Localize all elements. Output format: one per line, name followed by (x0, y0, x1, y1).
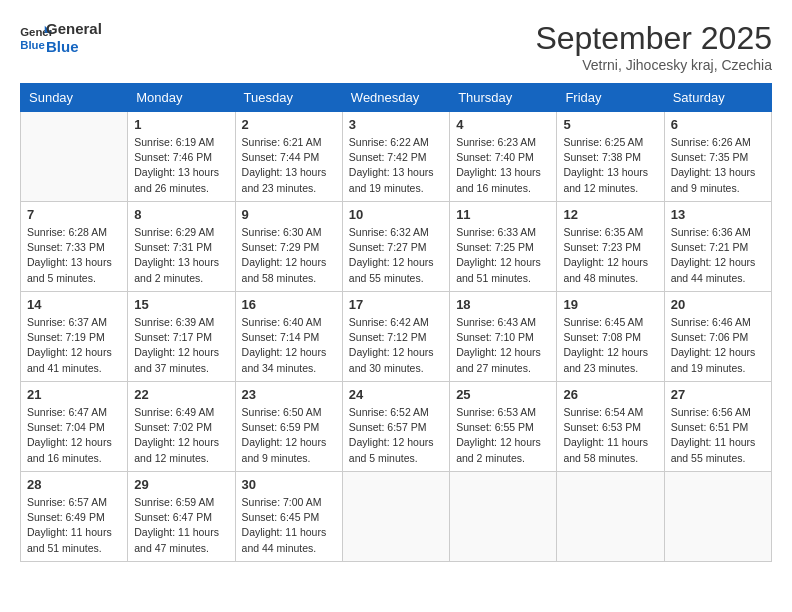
day-number: 15 (134, 297, 228, 312)
calendar-week-5: 28Sunrise: 6:57 AM Sunset: 6:49 PM Dayli… (21, 472, 772, 562)
calendar-cell: 11Sunrise: 6:33 AM Sunset: 7:25 PM Dayli… (450, 202, 557, 292)
calendar-week-3: 14Sunrise: 6:37 AM Sunset: 7:19 PM Dayli… (21, 292, 772, 382)
calendar-week-1: 1Sunrise: 6:19 AM Sunset: 7:46 PM Daylig… (21, 112, 772, 202)
calendar-cell (342, 472, 449, 562)
day-number: 11 (456, 207, 550, 222)
day-info: Sunrise: 6:35 AM Sunset: 7:23 PM Dayligh… (563, 225, 657, 286)
calendar-cell: 12Sunrise: 6:35 AM Sunset: 7:23 PM Dayli… (557, 202, 664, 292)
day-info: Sunrise: 6:53 AM Sunset: 6:55 PM Dayligh… (456, 405, 550, 466)
day-info: Sunrise: 6:23 AM Sunset: 7:40 PM Dayligh… (456, 135, 550, 196)
calendar-cell: 8Sunrise: 6:29 AM Sunset: 7:31 PM Daylig… (128, 202, 235, 292)
day-number: 7 (27, 207, 121, 222)
day-number: 25 (456, 387, 550, 402)
day-number: 5 (563, 117, 657, 132)
day-number: 29 (134, 477, 228, 492)
calendar-cell: 2Sunrise: 6:21 AM Sunset: 7:44 PM Daylig… (235, 112, 342, 202)
calendar-cell: 6Sunrise: 6:26 AM Sunset: 7:35 PM Daylig… (664, 112, 771, 202)
day-info: Sunrise: 6:21 AM Sunset: 7:44 PM Dayligh… (242, 135, 336, 196)
logo-general: General (46, 20, 102, 38)
day-info: Sunrise: 6:46 AM Sunset: 7:06 PM Dayligh… (671, 315, 765, 376)
calendar-header: SundayMondayTuesdayWednesdayThursdayFrid… (21, 84, 772, 112)
col-header-monday: Monday (128, 84, 235, 112)
calendar-cell (21, 112, 128, 202)
calendar-cell: 20Sunrise: 6:46 AM Sunset: 7:06 PM Dayli… (664, 292, 771, 382)
calendar-cell: 4Sunrise: 6:23 AM Sunset: 7:40 PM Daylig… (450, 112, 557, 202)
calendar-cell: 10Sunrise: 6:32 AM Sunset: 7:27 PM Dayli… (342, 202, 449, 292)
calendar-cell: 19Sunrise: 6:45 AM Sunset: 7:08 PM Dayli… (557, 292, 664, 382)
day-number: 6 (671, 117, 765, 132)
calendar-cell: 30Sunrise: 7:00 AM Sunset: 6:45 PM Dayli… (235, 472, 342, 562)
col-header-sunday: Sunday (21, 84, 128, 112)
day-number: 2 (242, 117, 336, 132)
day-number: 30 (242, 477, 336, 492)
day-info: Sunrise: 6:19 AM Sunset: 7:46 PM Dayligh… (134, 135, 228, 196)
day-info: Sunrise: 6:54 AM Sunset: 6:53 PM Dayligh… (563, 405, 657, 466)
location: Vetrni, Jihocesky kraj, Czechia (535, 57, 772, 73)
day-info: Sunrise: 6:36 AM Sunset: 7:21 PM Dayligh… (671, 225, 765, 286)
title-block: September 2025 Vetrni, Jihocesky kraj, C… (535, 20, 772, 73)
calendar-cell: 21Sunrise: 6:47 AM Sunset: 7:04 PM Dayli… (21, 382, 128, 472)
day-number: 1 (134, 117, 228, 132)
col-header-saturday: Saturday (664, 84, 771, 112)
day-info: Sunrise: 6:32 AM Sunset: 7:27 PM Dayligh… (349, 225, 443, 286)
page-header: General Blue General Blue September 2025… (20, 20, 772, 73)
day-number: 3 (349, 117, 443, 132)
calendar-week-4: 21Sunrise: 6:47 AM Sunset: 7:04 PM Dayli… (21, 382, 772, 472)
calendar-cell: 18Sunrise: 6:43 AM Sunset: 7:10 PM Dayli… (450, 292, 557, 382)
day-info: Sunrise: 6:56 AM Sunset: 6:51 PM Dayligh… (671, 405, 765, 466)
day-number: 8 (134, 207, 228, 222)
calendar-cell: 22Sunrise: 6:49 AM Sunset: 7:02 PM Dayli… (128, 382, 235, 472)
day-number: 12 (563, 207, 657, 222)
day-number: 26 (563, 387, 657, 402)
day-number: 14 (27, 297, 121, 312)
day-number: 21 (27, 387, 121, 402)
calendar-cell: 23Sunrise: 6:50 AM Sunset: 6:59 PM Dayli… (235, 382, 342, 472)
calendar-cell: 24Sunrise: 6:52 AM Sunset: 6:57 PM Dayli… (342, 382, 449, 472)
day-number: 4 (456, 117, 550, 132)
day-number: 19 (563, 297, 657, 312)
day-number: 17 (349, 297, 443, 312)
calendar-cell: 7Sunrise: 6:28 AM Sunset: 7:33 PM Daylig… (21, 202, 128, 292)
day-number: 16 (242, 297, 336, 312)
calendar-cell: 26Sunrise: 6:54 AM Sunset: 6:53 PM Dayli… (557, 382, 664, 472)
day-info: Sunrise: 6:30 AM Sunset: 7:29 PM Dayligh… (242, 225, 336, 286)
day-info: Sunrise: 6:57 AM Sunset: 6:49 PM Dayligh… (27, 495, 121, 556)
day-number: 22 (134, 387, 228, 402)
day-number: 13 (671, 207, 765, 222)
calendar-cell: 16Sunrise: 6:40 AM Sunset: 7:14 PM Dayli… (235, 292, 342, 382)
day-number: 28 (27, 477, 121, 492)
day-number: 27 (671, 387, 765, 402)
calendar-cell: 17Sunrise: 6:42 AM Sunset: 7:12 PM Dayli… (342, 292, 449, 382)
day-number: 24 (349, 387, 443, 402)
logo-blue: Blue (46, 38, 102, 56)
day-info: Sunrise: 6:39 AM Sunset: 7:17 PM Dayligh… (134, 315, 228, 376)
day-info: Sunrise: 6:59 AM Sunset: 6:47 PM Dayligh… (134, 495, 228, 556)
day-info: Sunrise: 6:40 AM Sunset: 7:14 PM Dayligh… (242, 315, 336, 376)
calendar-cell: 14Sunrise: 6:37 AM Sunset: 7:19 PM Dayli… (21, 292, 128, 382)
calendar-cell: 1Sunrise: 6:19 AM Sunset: 7:46 PM Daylig… (128, 112, 235, 202)
day-info: Sunrise: 6:52 AM Sunset: 6:57 PM Dayligh… (349, 405, 443, 466)
calendar-cell: 27Sunrise: 6:56 AM Sunset: 6:51 PM Dayli… (664, 382, 771, 472)
day-info: Sunrise: 6:22 AM Sunset: 7:42 PM Dayligh… (349, 135, 443, 196)
calendar-cell: 5Sunrise: 6:25 AM Sunset: 7:38 PM Daylig… (557, 112, 664, 202)
day-number: 10 (349, 207, 443, 222)
calendar-cell: 25Sunrise: 6:53 AM Sunset: 6:55 PM Dayli… (450, 382, 557, 472)
day-number: 9 (242, 207, 336, 222)
day-info: Sunrise: 7:00 AM Sunset: 6:45 PM Dayligh… (242, 495, 336, 556)
day-info: Sunrise: 6:26 AM Sunset: 7:35 PM Dayligh… (671, 135, 765, 196)
calendar-cell: 13Sunrise: 6:36 AM Sunset: 7:21 PM Dayli… (664, 202, 771, 292)
day-info: Sunrise: 6:47 AM Sunset: 7:04 PM Dayligh… (27, 405, 121, 466)
calendar-cell (664, 472, 771, 562)
col-header-thursday: Thursday (450, 84, 557, 112)
calendar-week-2: 7Sunrise: 6:28 AM Sunset: 7:33 PM Daylig… (21, 202, 772, 292)
day-info: Sunrise: 6:28 AM Sunset: 7:33 PM Dayligh… (27, 225, 121, 286)
col-header-friday: Friday (557, 84, 664, 112)
day-info: Sunrise: 6:29 AM Sunset: 7:31 PM Dayligh… (134, 225, 228, 286)
day-info: Sunrise: 6:50 AM Sunset: 6:59 PM Dayligh… (242, 405, 336, 466)
calendar-cell: 3Sunrise: 6:22 AM Sunset: 7:42 PM Daylig… (342, 112, 449, 202)
calendar-cell: 29Sunrise: 6:59 AM Sunset: 6:47 PM Dayli… (128, 472, 235, 562)
logo: General Blue General Blue (20, 20, 102, 56)
col-header-wednesday: Wednesday (342, 84, 449, 112)
day-info: Sunrise: 6:33 AM Sunset: 7:25 PM Dayligh… (456, 225, 550, 286)
calendar-cell: 9Sunrise: 6:30 AM Sunset: 7:29 PM Daylig… (235, 202, 342, 292)
